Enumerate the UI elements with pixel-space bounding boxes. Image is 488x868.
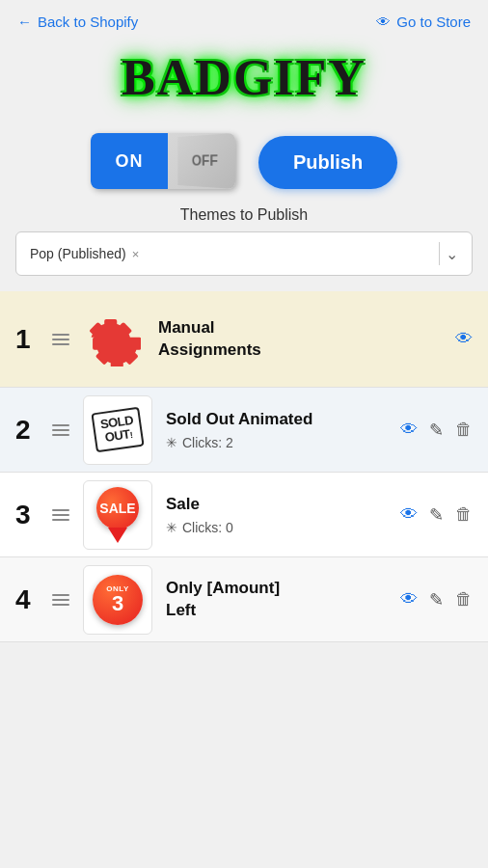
toggle-switch[interactable]: ON OFF bbox=[91, 133, 235, 191]
drag-handle[interactable] bbox=[52, 334, 69, 345]
eye-icon: 👁 bbox=[376, 14, 391, 30]
row-actions: 👁 ✎ 🗑 bbox=[400, 504, 473, 526]
badge-info: Only [Amount]Left bbox=[166, 578, 400, 620]
toggle-on-label: ON bbox=[91, 133, 168, 189]
sale-image: SALE bbox=[85, 482, 150, 548]
pin-point bbox=[108, 528, 127, 543]
header: ← Back to Shopify 👁 Go to Store bbox=[0, 0, 488, 40]
badge-name: Only [Amount]Left bbox=[166, 578, 400, 620]
toggle-track: ON OFF bbox=[91, 133, 235, 189]
badge-name: ManualAssignments bbox=[158, 317, 455, 360]
drag-line bbox=[52, 434, 69, 436]
remove-theme-button[interactable]: × bbox=[132, 247, 140, 261]
delete-icon[interactable]: 🗑 bbox=[455, 589, 473, 610]
view-icon[interactable]: 👁 bbox=[400, 589, 418, 610]
row-number: 4 bbox=[15, 584, 42, 615]
back-label: Back to Shopify bbox=[38, 14, 138, 30]
badge-row: 3 SALE Sale ✳ Clicks: 0 � bbox=[0, 473, 488, 557]
view-icon[interactable]: 👁 bbox=[400, 420, 418, 440]
row-number: 1 bbox=[15, 324, 42, 355]
themes-select[interactable]: Pop (Published) × ⌄ bbox=[15, 231, 473, 276]
gear-icon bbox=[87, 312, 141, 366]
publish-button[interactable]: Publish bbox=[258, 136, 397, 189]
edit-icon[interactable]: ✎ bbox=[429, 504, 444, 526]
drag-line bbox=[52, 343, 69, 345]
themes-label: Themes to Publish bbox=[15, 206, 473, 224]
store-label: Go to Store bbox=[396, 14, 471, 30]
themes-divider bbox=[439, 242, 440, 265]
edit-icon[interactable]: ✎ bbox=[429, 589, 444, 610]
drag-line bbox=[52, 424, 69, 426]
row-actions: 👁 ✎ 🗑 bbox=[400, 589, 473, 610]
drag-line bbox=[52, 599, 69, 601]
row-actions: 👁 ✎ 🗑 bbox=[400, 420, 473, 441]
back-to-shopify-button[interactable]: ← Back to Shopify bbox=[17, 14, 138, 30]
drag-line bbox=[52, 509, 69, 511]
badge-list: 1 ManualAssignments 👁 2 bbox=[0, 291, 488, 642]
go-to-store-button[interactable]: 👁 Go to Store bbox=[376, 14, 471, 30]
theme-name: Pop (Published) bbox=[30, 246, 126, 261]
click-icon: ✳ bbox=[166, 520, 177, 535]
badge-info: ManualAssignments bbox=[158, 317, 455, 360]
drag-line bbox=[52, 334, 69, 336]
app-logo: Badgify bbox=[122, 49, 366, 106]
clicks-label: Clicks: 0 bbox=[182, 520, 233, 535]
back-arrow-icon: ← bbox=[17, 14, 32, 30]
badge-row: 2 SOLD OUT! Sold Out Animated ✳ Clicks: … bbox=[0, 388, 488, 473]
drag-line bbox=[52, 429, 69, 431]
drag-line bbox=[52, 514, 69, 516]
row-number: 2 bbox=[15, 415, 42, 446]
drag-line bbox=[52, 519, 69, 521]
click-icon: ✳ bbox=[166, 435, 177, 450]
badge-name: Sold Out Animated bbox=[166, 409, 400, 430]
toggle-off-label: OFF bbox=[177, 133, 235, 189]
gear-icon-wrap bbox=[83, 309, 145, 370]
delete-icon[interactable]: 🗑 bbox=[455, 420, 473, 440]
edit-icon[interactable]: ✎ bbox=[429, 420, 444, 441]
only-amount-image: ONLY 3 bbox=[85, 567, 150, 633]
badge-thumbnail: SOLD OUT! bbox=[83, 395, 152, 465]
row-number: 3 bbox=[15, 500, 42, 530]
chevron-down-icon: ⌄ bbox=[446, 245, 458, 263]
drag-line bbox=[52, 604, 69, 606]
controls-row: ON OFF Publish bbox=[0, 125, 488, 206]
themes-tag: Pop (Published) × bbox=[30, 246, 139, 261]
badge-thumbnail: ONLY 3 bbox=[83, 565, 152, 635]
badge-row: 1 ManualAssignments 👁 bbox=[0, 291, 488, 388]
view-icon[interactable]: 👁 bbox=[400, 504, 418, 525]
sold-out-image: SOLD OUT! bbox=[85, 397, 150, 463]
drag-handle[interactable] bbox=[52, 509, 69, 521]
drag-handle[interactable] bbox=[52, 424, 69, 436]
delete-icon[interactable]: 🗑 bbox=[455, 504, 473, 525]
themes-section: Themes to Publish Pop (Published) × ⌄ bbox=[0, 206, 488, 291]
badge-meta: ✳ Clicks: 2 bbox=[166, 435, 400, 450]
logo-area: Badgify bbox=[0, 40, 488, 125]
row-actions: 👁 bbox=[455, 329, 473, 349]
clicks-label: Clicks: 2 bbox=[182, 435, 233, 450]
badge-meta: ✳ Clicks: 0 bbox=[166, 520, 400, 535]
drag-line bbox=[52, 594, 69, 596]
drag-line bbox=[52, 339, 69, 340]
badge-info: Sale ✳ Clicks: 0 bbox=[166, 494, 400, 534]
badge-row: 4 ONLY 3 Only [Amount]Left 👁 ✎ 🗑 bbox=[0, 557, 488, 642]
badge-name: Sale bbox=[166, 494, 400, 515]
view-icon[interactable]: 👁 bbox=[455, 329, 473, 349]
drag-handle[interactable] bbox=[52, 594, 69, 606]
badge-thumbnail: SALE bbox=[83, 480, 152, 550]
badge-info: Sold Out Animated ✳ Clicks: 2 bbox=[166, 409, 400, 449]
